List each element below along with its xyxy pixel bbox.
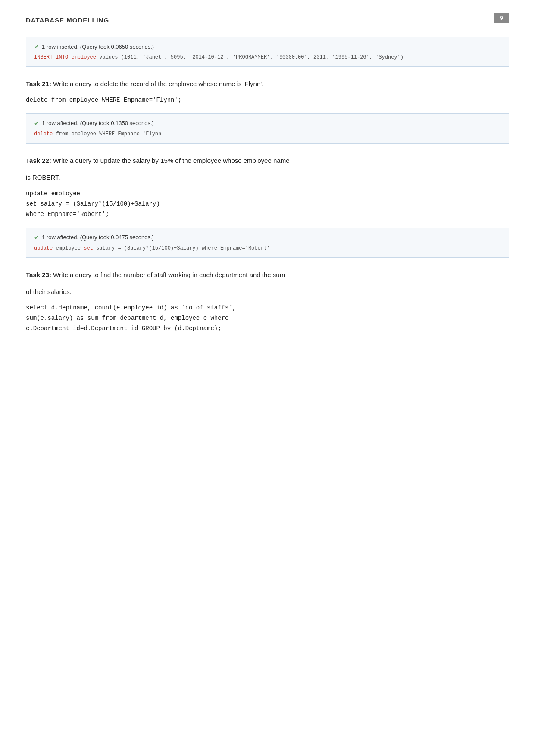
task23-label: Task 23: (26, 271, 51, 278)
task21-heading: Task 21: Write a query to delete the rec… (26, 79, 509, 89)
task23-description: Write a query to find the number of staf… (51, 271, 285, 278)
task21-delete-keyword: delete (34, 131, 53, 137)
page-number: 9 (494, 13, 509, 23)
task22-update-keyword: update (34, 245, 53, 251)
task22-sql-rest: salary = (Salary*(15/100)+Salary) where … (93, 245, 270, 251)
task22-result-line: ✔ 1 row affected. (Query took 0.0475 sec… (34, 234, 501, 241)
task23-heading: Task 23: Write a query to find the numbe… (26, 270, 509, 280)
task21-checkmark-icon: ✔ (34, 120, 39, 127)
task21-result-line: ✔ 1 row affected. (Query took 0.1350 sec… (34, 120, 501, 127)
task23-code-line2: sum(e.salary) as sum from department d, … (26, 313, 509, 324)
insert-sql-rest: values (1011, 'Janet', 5095, '2014-10-12… (96, 54, 404, 60)
task21-code-text: delete from employee WHERE Empname='Flyn… (26, 97, 181, 103)
task21-description: Write a query to delete the record of th… (51, 80, 263, 87)
insert-keyword: INSERT INTO employee (34, 54, 96, 60)
task22-sql-middle: employee (53, 245, 84, 251)
task22-label: Task 22: (26, 157, 51, 164)
task23-code-line3: e.Department_id=d.Department_id GROUP by… (26, 324, 509, 334)
task22-description: Write a query to update the salary by 15… (51, 157, 290, 164)
task22-output-box: ✔ 1 row affected. (Query took 0.0475 sec… (26, 228, 509, 258)
task22-set-keyword: set (84, 245, 93, 251)
task22-code-line2: set salary = (Salary*(15/100)+Salary) (26, 199, 509, 209)
task22-checkmark-icon: ✔ (34, 234, 39, 241)
insert-result-line: ✔ 1 row inserted. (Query took 0.0650 sec… (34, 43, 501, 50)
task21-sql-line: delete from employee WHERE Empname='Flyn… (34, 131, 501, 137)
task22-result-text: 1 row affected. (Query took 0.0475 secon… (42, 234, 154, 241)
checkmark-icon: ✔ (34, 43, 39, 50)
insert-output-box: ✔ 1 row inserted. (Query took 0.0650 sec… (26, 37, 509, 67)
task21-result-text: 1 row affected. (Query took 0.1350 secon… (42, 120, 154, 126)
task23-code-line1: select d.deptname, count(e.employee_id) … (26, 303, 509, 313)
task23-code: select d.deptname, count(e.employee_id) … (26, 303, 509, 334)
task23-description2: of their salaries. (26, 286, 509, 297)
task21-sql-rest: from employee WHERE Empname='Flynn' (53, 131, 164, 137)
page-header: DATABASE MODELLING 9 (26, 13, 509, 24)
task22-code-line3: where Empname='Robert'; (26, 209, 509, 220)
task22-description2: is ROBERT. (26, 172, 509, 183)
task22-heading: Task 22: Write a query to update the sal… (26, 156, 509, 166)
task21-output-box: ✔ 1 row affected. (Query took 0.1350 sec… (26, 113, 509, 144)
task22-code-line1: update employee (26, 189, 509, 199)
page-title: DATABASE MODELLING (26, 16, 109, 24)
task21-label: Task 21: (26, 80, 51, 87)
task22-code: update employee set salary = (Salary*(15… (26, 189, 509, 219)
insert-result-text: 1 row inserted. (Query took 0.0650 secon… (42, 44, 154, 50)
task21-code: delete from employee WHERE Empname='Flyn… (26, 95, 509, 106)
task22-sql-line: update employee set salary = (Salary*(15… (34, 245, 501, 251)
insert-sql-line: INSERT INTO employee values (1011, 'Jane… (34, 54, 501, 60)
